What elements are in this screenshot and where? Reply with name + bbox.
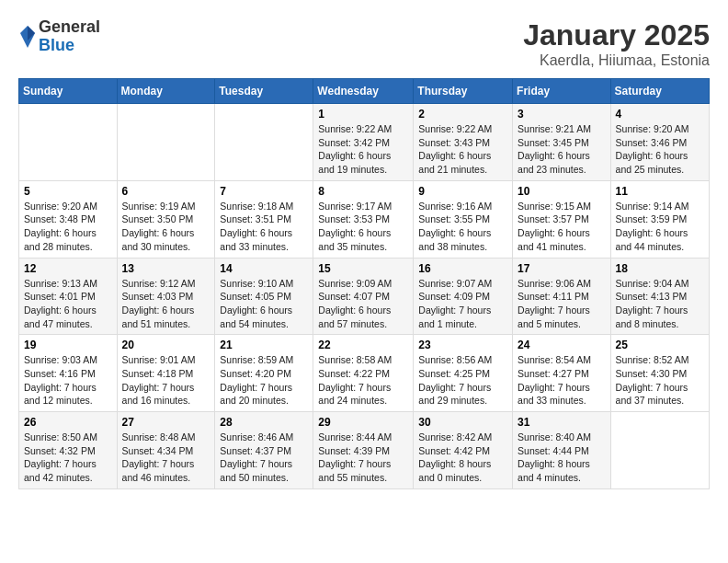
day-info: Sunrise: 9:21 AMSunset: 3:45 PMDaylight:… (518, 122, 606, 177)
weekday-header-sunday: Sunday (19, 79, 118, 104)
page-title: January 2025 (523, 18, 710, 52)
day-info: Sunrise: 9:07 AMSunset: 4:09 PMDaylight:… (418, 277, 507, 331)
calendar-cell: 24Sunrise: 8:54 AMSunset: 4:27 PMDayligh… (513, 335, 611, 412)
calendar-week-5: 26Sunrise: 8:50 AMSunset: 4:32 PMDayligh… (19, 412, 710, 489)
weekday-header-monday: Monday (117, 79, 215, 104)
calendar-cell: 17Sunrise: 9:06 AMSunset: 4:11 PMDayligh… (513, 258, 611, 335)
day-number: 31 (518, 416, 606, 429)
calendar-cell: 14Sunrise: 9:10 AMSunset: 4:05 PMDayligh… (215, 258, 313, 335)
day-number: 30 (418, 416, 507, 429)
weekday-header-row: SundayMondayTuesdayWednesdayThursdayFrid… (19, 79, 710, 104)
day-info: Sunrise: 9:04 AMSunset: 4:13 PMDaylight:… (616, 277, 704, 331)
logo-blue: Blue (39, 37, 100, 55)
calendar-week-1: 1Sunrise: 9:22 AMSunset: 3:42 PMDaylight… (19, 104, 710, 181)
calendar-cell: 18Sunrise: 9:04 AMSunset: 4:13 PMDayligh… (610, 258, 709, 335)
day-info: Sunrise: 8:52 AMSunset: 4:30 PMDaylight:… (616, 353, 704, 408)
calendar-cell: 5Sunrise: 9:20 AMSunset: 3:48 PMDaylight… (19, 180, 118, 258)
day-number: 9 (418, 185, 507, 198)
weekday-header-wednesday: Wednesday (313, 79, 414, 104)
day-info: Sunrise: 9:03 AMSunset: 4:16 PMDaylight:… (24, 353, 112, 408)
day-info: Sunrise: 9:13 AMSunset: 4:01 PMDaylight:… (24, 277, 112, 331)
weekday-header-tuesday: Tuesday (215, 79, 313, 104)
day-info: Sunrise: 8:54 AMSunset: 4:27 PMDaylight:… (518, 353, 606, 408)
day-number: 18 (616, 262, 704, 275)
calendar-cell (610, 412, 709, 489)
calendar-cell: 29Sunrise: 8:44 AMSunset: 4:39 PMDayligh… (313, 412, 414, 489)
day-number: 26 (24, 416, 112, 429)
calendar-week-2: 5Sunrise: 9:20 AMSunset: 3:48 PMDaylight… (19, 180, 710, 258)
weekday-header-saturday: Saturday (610, 79, 709, 104)
calendar-cell: 30Sunrise: 8:42 AMSunset: 4:42 PMDayligh… (414, 412, 513, 489)
calendar-cell: 7Sunrise: 9:18 AMSunset: 3:51 PMDaylight… (215, 180, 313, 258)
day-number: 20 (122, 339, 210, 351)
day-number: 14 (220, 262, 308, 275)
day-number: 29 (318, 416, 408, 429)
day-number: 7 (220, 185, 308, 198)
day-info: Sunrise: 8:59 AMSunset: 4:20 PMDaylight:… (220, 353, 308, 408)
calendar-cell: 16Sunrise: 9:07 AMSunset: 4:09 PMDayligh… (414, 258, 513, 335)
day-number: 15 (318, 262, 408, 275)
day-info: Sunrise: 9:14 AMSunset: 3:59 PMDaylight:… (616, 200, 704, 254)
day-info: Sunrise: 8:40 AMSunset: 4:44 PMDaylight:… (518, 431, 606, 485)
calendar-cell: 22Sunrise: 8:58 AMSunset: 4:22 PMDayligh… (313, 335, 414, 412)
day-info: Sunrise: 9:22 AMSunset: 3:42 PMDaylight:… (318, 122, 408, 177)
day-info: Sunrise: 9:10 AMSunset: 4:05 PMDaylight:… (220, 277, 308, 331)
calendar-cell: 31Sunrise: 8:40 AMSunset: 4:44 PMDayligh… (513, 412, 611, 489)
calendar-cell (19, 104, 118, 181)
calendar-cell: 2Sunrise: 9:22 AMSunset: 3:43 PMDaylight… (414, 104, 513, 181)
day-info: Sunrise: 8:44 AMSunset: 4:39 PMDaylight:… (318, 431, 408, 485)
calendar-table: SundayMondayTuesdayWednesdayThursdayFrid… (18, 78, 710, 489)
day-info: Sunrise: 9:15 AMSunset: 3:57 PMDaylight:… (518, 200, 606, 254)
day-number: 27 (122, 416, 210, 429)
calendar-cell: 13Sunrise: 9:12 AMSunset: 4:03 PMDayligh… (117, 258, 215, 335)
calendar-cell: 15Sunrise: 9:09 AMSunset: 4:07 PMDayligh… (313, 258, 414, 335)
day-info: Sunrise: 9:09 AMSunset: 4:07 PMDaylight:… (318, 277, 408, 331)
day-info: Sunrise: 8:58 AMSunset: 4:22 PMDaylight:… (318, 353, 408, 408)
day-info: Sunrise: 8:46 AMSunset: 4:37 PMDaylight:… (220, 431, 308, 485)
calendar-cell: 23Sunrise: 8:56 AMSunset: 4:25 PMDayligh… (414, 335, 513, 412)
calendar-cell: 9Sunrise: 9:16 AMSunset: 3:55 PMDaylight… (414, 180, 513, 258)
day-info: Sunrise: 9:20 AMSunset: 3:46 PMDaylight:… (616, 122, 704, 177)
day-number: 11 (616, 185, 704, 198)
calendar-week-4: 19Sunrise: 9:03 AMSunset: 4:16 PMDayligh… (19, 335, 710, 412)
calendar-cell: 8Sunrise: 9:17 AMSunset: 3:53 PMDaylight… (313, 180, 414, 258)
day-number: 10 (518, 185, 606, 198)
calendar-cell: 27Sunrise: 8:48 AMSunset: 4:34 PMDayligh… (117, 412, 215, 489)
calendar-week-3: 12Sunrise: 9:13 AMSunset: 4:01 PMDayligh… (19, 258, 710, 335)
page-subtitle: Kaerdla, Hiiumaa, Estonia (523, 52, 710, 69)
weekday-header-thursday: Thursday (414, 79, 513, 104)
day-info: Sunrise: 9:06 AMSunset: 4:11 PMDaylight:… (518, 277, 606, 331)
day-info: Sunrise: 8:56 AMSunset: 4:25 PMDaylight:… (418, 353, 507, 408)
logo: General Blue (18, 18, 100, 55)
day-number: 3 (518, 108, 606, 121)
day-info: Sunrise: 9:20 AMSunset: 3:48 PMDaylight:… (24, 200, 112, 254)
calendar-cell: 26Sunrise: 8:50 AMSunset: 4:32 PMDayligh… (19, 412, 118, 489)
page-header: General Blue January 2025 Kaerdla, Hiium… (18, 18, 710, 69)
day-number: 2 (418, 108, 507, 121)
calendar-cell: 12Sunrise: 9:13 AMSunset: 4:01 PMDayligh… (19, 258, 118, 335)
calendar-cell: 19Sunrise: 9:03 AMSunset: 4:16 PMDayligh… (19, 335, 118, 412)
calendar-cell: 3Sunrise: 9:21 AMSunset: 3:45 PMDaylight… (513, 104, 611, 181)
day-number: 6 (122, 185, 210, 198)
calendar-cell: 20Sunrise: 9:01 AMSunset: 4:18 PMDayligh… (117, 335, 215, 412)
day-number: 22 (318, 339, 408, 351)
day-number: 19 (24, 339, 112, 351)
day-number: 21 (220, 339, 308, 351)
day-number: 24 (518, 339, 606, 351)
day-info: Sunrise: 8:42 AMSunset: 4:42 PMDaylight:… (418, 431, 507, 485)
weekday-header-friday: Friday (513, 79, 611, 104)
calendar-cell: 4Sunrise: 9:20 AMSunset: 3:46 PMDaylight… (610, 104, 709, 181)
day-number: 17 (518, 262, 606, 275)
calendar-cell: 1Sunrise: 9:22 AMSunset: 3:42 PMDaylight… (313, 104, 414, 181)
calendar-cell (117, 104, 215, 181)
day-number: 4 (616, 108, 704, 121)
day-info: Sunrise: 9:18 AMSunset: 3:51 PMDaylight:… (220, 200, 308, 254)
logo-text: General Blue (39, 18, 100, 55)
day-info: Sunrise: 9:12 AMSunset: 4:03 PMDaylight:… (122, 277, 210, 331)
day-info: Sunrise: 9:16 AMSunset: 3:55 PMDaylight:… (418, 200, 507, 254)
calendar-cell: 25Sunrise: 8:52 AMSunset: 4:30 PMDayligh… (610, 335, 709, 412)
day-info: Sunrise: 9:19 AMSunset: 3:50 PMDaylight:… (122, 200, 210, 254)
title-block: January 2025 Kaerdla, Hiiumaa, Estonia (523, 18, 710, 69)
day-number: 13 (122, 262, 210, 275)
day-number: 1 (318, 108, 408, 121)
